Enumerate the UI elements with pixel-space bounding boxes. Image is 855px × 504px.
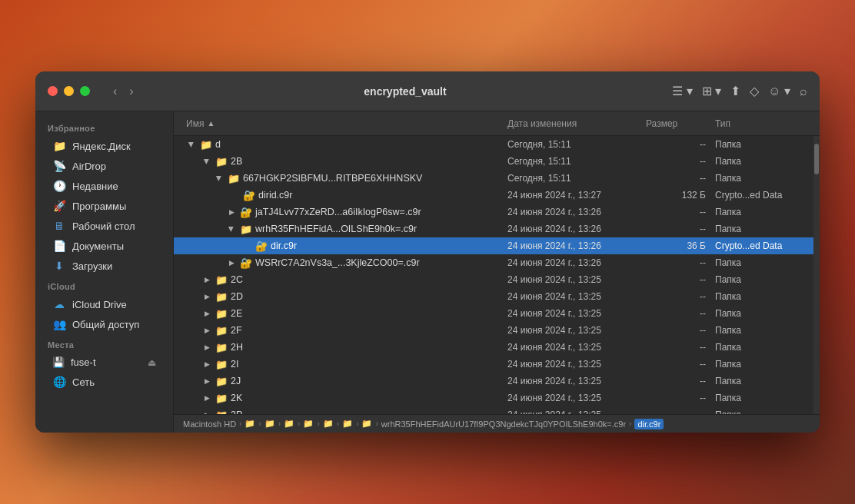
file-type: Папка (715, 342, 807, 353)
table-row[interactable]: ▶ 🔐 WSRrC7A2nVs3a_...3KjleZCO00=.c9r 24 … (174, 254, 820, 271)
folder-icon: 📁 (284, 419, 294, 429)
table-row[interactable]: ▶ 📁 2E 24 июня 2024 г., 13:25 -- Папка (174, 305, 820, 322)
breadcrumb-sep: › (278, 419, 281, 428)
traffic-lights (48, 86, 90, 96)
tag-icon[interactable]: ◇ (750, 84, 759, 98)
file-type: Папка (715, 359, 807, 370)
scrollbar[interactable] (813, 136, 820, 414)
sidebar-item-apps[interactable]: 🚀 Программы (40, 196, 168, 216)
table-row[interactable]: ▶ 📁 2J 24 июня 2024 г., 13:25 -- Папка (174, 373, 820, 390)
share-icon[interactable]: ⬆ (730, 84, 740, 98)
sidebar-item-network[interactable]: 🌐 Сеть (40, 372, 168, 392)
file-type: Crypto...ed Data (715, 240, 807, 251)
expand-arrow-icon: ▶ (226, 257, 237, 268)
file-name: WSRrC7A2nVs3a_...3KjleZCO00=.c9r (255, 257, 420, 268)
file-size: 36 Б (646, 240, 715, 251)
table-row[interactable]: ▶ 📁 667HGKP2SIBFMU...RITBPE6XHHNSKV Сего… (174, 170, 820, 187)
sidebar-item-label: Недавние (72, 181, 118, 192)
sidebar-item-shared[interactable]: 👥 Общий доступ (40, 314, 168, 334)
breadcrumb-sep: › (298, 419, 300, 428)
file-date: 24 июня 2024 г., 13:26 (507, 224, 646, 234)
col-size-header[interactable]: Размер (646, 118, 715, 129)
breadcrumb-item: Macintosh HD (183, 419, 236, 429)
table-row[interactable]: ▶ 📁 wrhR35FhHEFidA...OILShE9h0k=.c9r 24 … (174, 220, 820, 237)
sidebar-item-yandex[interactable]: 📁 Яндекс.Диск (40, 136, 168, 156)
table-row[interactable]: ▶ 📁 2D 24 июня 2024 г., 13:25 -- Папка (174, 288, 820, 305)
table-row[interactable]: ▶ 📁 2H 24 июня 2024 г., 13:25 -- Папка (174, 339, 820, 356)
folder-icon: 📁 (215, 325, 228, 337)
file-name: 2H (231, 342, 243, 353)
main-content: Избранное 📁 Яндекс.Диск 📡 AirDrop 🕐 Неда… (35, 111, 820, 433)
table-row[interactable]: ▶ 🔐 dir.c9r 24 июня 2024 г., 13:26 36 Б … (174, 237, 820, 254)
table-row[interactable]: ▶ 📁 2B Сегодня, 15:11 -- Папка (174, 153, 820, 170)
table-row[interactable]: ▶ 🔐 jaTJ4Lvv77xZeRD...a6iIkIogP6sw=.c9r … (174, 204, 820, 220)
nav-buttons: ‹ › (108, 81, 138, 101)
action-icon[interactable]: ☺ ▾ (768, 84, 790, 98)
sidebar-item-icloud[interactable]: ☁ iCloud Drive (40, 294, 168, 314)
breadcrumb-folder[interactable]: 📁 (245, 419, 255, 429)
table-row[interactable]: ▶ 📁 d Сегодня, 15:11 -- Папка (174, 136, 820, 153)
list-view-icon[interactable]: ☰ ▾ (672, 84, 692, 98)
titlebar: ‹ › encrypted_vault ☰ ▾ ⊞ ▾ ⬆ ◇ ☺ ▾ ⌕ (35, 71, 820, 111)
breadcrumb-folder[interactable]: 📁 (342, 419, 353, 429)
file-date: 24 июня 2024 г., 13:25 (507, 393, 646, 403)
sidebar-item-recent[interactable]: 🕐 Недавние (40, 176, 168, 196)
col-name-header[interactable]: Имя ▲ (186, 118, 507, 129)
folder-icon: 📁 (215, 342, 228, 353)
close-button[interactable] (48, 86, 58, 96)
folder-icon: 📁 (200, 139, 212, 151)
minimize-button[interactable] (64, 86, 74, 96)
table-row[interactable]: ▶ 📁 2C 24 июня 2024 г., 13:25 -- Папка (174, 271, 820, 288)
col-date-label: Дата изменения (507, 118, 577, 129)
breadcrumb-folder[interactable]: 📁 (361, 419, 372, 429)
sidebar-item-label: Загрузки (72, 260, 112, 272)
table-row[interactable]: ▶ 🔐 dirid.c9r 24 июня 2024 г., 13:27 132… (174, 187, 820, 204)
table-row[interactable]: ▶ 📁 2I 24 июня 2024 г., 13:25 -- Папка (174, 356, 820, 373)
table-row[interactable]: ▶ 📁 2K 24 июня 2024 г., 13:25 -- Папка (174, 390, 820, 406)
breadcrumb-folder[interactable]: 📁 (264, 419, 275, 429)
file-type: Папка (715, 156, 807, 167)
file-size: -- (646, 156, 715, 167)
sidebar-item-airdrop[interactable]: 📡 AirDrop (40, 156, 168, 176)
sidebar-item-downloads[interactable]: ⬇ Загрузки (40, 256, 168, 276)
folder-icon: 📁 (215, 359, 228, 370)
encrypted-file-icon: 🔐 (243, 190, 255, 201)
fuse-icon: 💾 (52, 356, 65, 368)
table-row[interactable]: ▶ 📁 2F 24 июня 2024 г., 13:25 -- Папка (174, 322, 820, 339)
file-date: 24 июня 2024 г., 13:25 (507, 308, 646, 319)
search-icon[interactable]: ⌕ (800, 85, 807, 98)
expand-arrow-icon: ▶ (201, 274, 212, 285)
folder-icon: 📁 (264, 419, 275, 429)
zoom-button[interactable] (80, 86, 90, 96)
shared-icon: 👥 (52, 318, 66, 330)
folder-icon: 📁 (215, 156, 228, 167)
file-name: 2J (231, 376, 241, 386)
file-date: Сегодня, 15:11 (507, 173, 646, 184)
breadcrumb-folder[interactable]: 📁 (323, 419, 334, 429)
sidebar-item-desktop[interactable]: 🖥 Рабочий стол (40, 216, 168, 236)
file-type: Папка (715, 325, 807, 336)
file-type: Папка (715, 376, 807, 386)
sidebar-item-fuse[interactable]: 💾 fuse-t ⏏ (40, 353, 168, 372)
grid-view-icon[interactable]: ⊞ ▾ (702, 84, 721, 98)
file-size: -- (646, 257, 715, 268)
breadcrumb-sep: › (258, 419, 261, 428)
clock-icon: 🕐 (52, 180, 66, 192)
sidebar-item-label: Документы (72, 240, 124, 252)
toolbar-icons: ☰ ▾ ⊞ ▾ ⬆ ◇ ☺ ▾ ⌕ (672, 84, 807, 98)
breadcrumb-folder[interactable]: 📁 (284, 419, 294, 429)
encrypted-file-icon: 🔐 (240, 257, 252, 269)
file-type: Папка (715, 139, 807, 150)
scrollbar-thumb[interactable] (814, 144, 819, 174)
sidebar-item-docs[interactable]: 📄 Документы (40, 236, 168, 256)
folder-icon: 📁 (303, 419, 314, 429)
airdrop-icon: 📡 (52, 160, 66, 172)
col-type-header[interactable]: Тип (715, 118, 807, 129)
table-row[interactable]: ▶ 📁 2P 24 июня 2024 г., 13:25 -- Папка (174, 406, 820, 414)
breadcrumb-folder[interactable]: 📁 (303, 419, 314, 429)
back-button[interactable]: ‹ (108, 81, 121, 101)
eject-button[interactable]: ⏏ (148, 357, 156, 368)
expand-arrow-icon: ▶ (201, 342, 212, 353)
col-date-header[interactable]: Дата изменения (507, 118, 646, 129)
forward-button[interactable]: › (125, 81, 138, 101)
